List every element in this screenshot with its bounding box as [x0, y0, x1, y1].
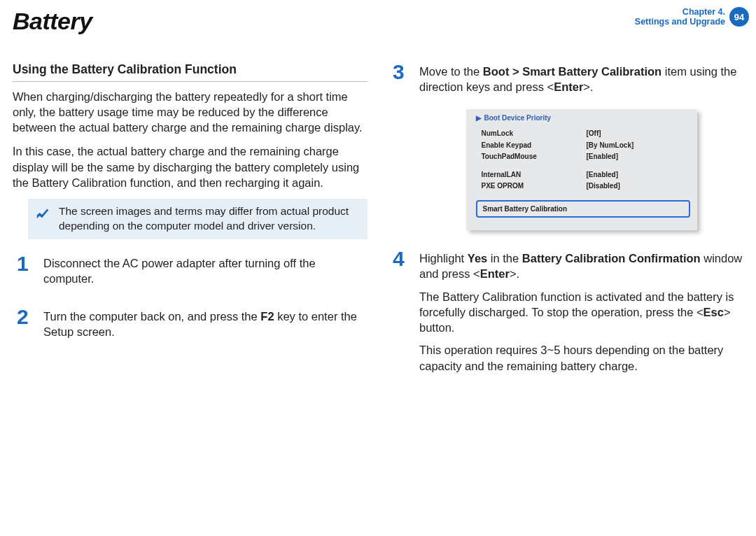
note-text: The screen images and terms may differ f…	[59, 205, 349, 232]
chapter-label: Chapter 4.	[635, 7, 725, 17]
step-4-para-3: This operation requires 3~5 hours depend…	[419, 342, 743, 374]
bios-panel: ▶Boot Device Priority NumLock[Off] Enabl…	[466, 109, 697, 231]
right-column: 3 Move to the Boot > Smart Battery Calib…	[388, 62, 743, 393]
bios-row: PXE OPROM[Disabled]	[482, 181, 687, 191]
step-1-text: Disconnect the AC power adapter after tu…	[43, 255, 368, 287]
step-1: 1 Disconnect the AC power adapter after …	[13, 253, 368, 294]
section-heading: Using the Battery Calibration Function	[13, 62, 368, 82]
page-title: Battery	[13, 6, 92, 38]
step-4: 4 Highlight Yes in the Battery Calibrati…	[388, 248, 743, 381]
bios-row: TouchPadMouse[Enabled]	[482, 152, 687, 162]
intro-para-1: When charging/discharging the battery re…	[13, 89, 368, 136]
info-note: The screen images and terms may differ f…	[28, 199, 368, 239]
bios-row: InternalLAN[Enabled]	[482, 170, 687, 180]
step-4-para-2: The Battery Calibration function is acti…	[419, 289, 743, 336]
bios-rows: NumLock[Off] Enable Keypad[By NumLock] T…	[466, 125, 697, 197]
step-3-text: Move to the Boot > Smart Battery Calibra…	[419, 64, 743, 95]
step-4-number: 4	[393, 248, 408, 269]
step-3: 3 Move to the Boot > Smart Battery Calib…	[388, 62, 743, 230]
step-2-number: 2	[17, 306, 32, 327]
page-number-badge: 94	[729, 7, 749, 27]
bios-row: Enable Keypad[By NumLock]	[482, 141, 687, 150]
step-1-number: 1	[17, 253, 32, 274]
bios-highlight-item: Smart Battery Calibration	[476, 200, 690, 218]
bios-arrow-icon: ▶	[476, 114, 482, 122]
chapter-name: Settings and Upgrade	[635, 17, 725, 27]
chapter-block: Chapter 4. Settings and Upgrade 94	[635, 7, 749, 27]
intro-para-2: In this case, the actual battery charge …	[13, 143, 368, 190]
step-4-line-1: Highlight Yes in the Battery Calibration…	[419, 251, 743, 282]
step-2: 2 Turn the computer back on, and press t…	[13, 306, 368, 347]
note-icon	[35, 204, 50, 220]
left-column: Using the Battery Calibration Function W…	[13, 62, 368, 393]
bios-header: ▶Boot Device Priority	[466, 111, 697, 126]
bios-row: NumLock[Off]	[482, 129, 687, 139]
bios-header-text: Boot Device Priority	[484, 114, 552, 122]
step-2-text: Turn the computer back on, and press the…	[43, 309, 368, 340]
step-3-number: 3	[393, 62, 408, 83]
